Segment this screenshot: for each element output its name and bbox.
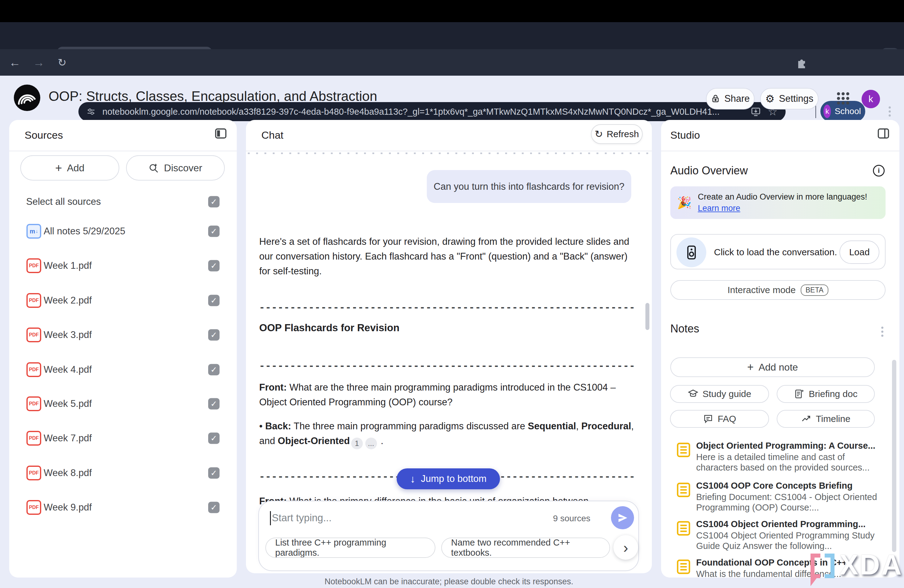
divider [246, 151, 652, 151]
load-button[interactable]: Load [839, 240, 879, 264]
site-settings-icon[interactable] [86, 107, 96, 116]
briefing-doc-button[interactable]: Briefing doc [777, 385, 875, 403]
source-label: Week 7.pdf [44, 433, 92, 444]
suggested-prompt-chip[interactable]: Name two recommended C++ textbooks. [441, 537, 610, 558]
source-checkbox[interactable]: ✓ [208, 468, 220, 479]
watermark-bracket-left [811, 553, 820, 578]
source-row[interactable]: PDF Week 8.pdf ✓ [9, 456, 237, 490]
xda-watermark: XDA [811, 551, 903, 582]
source-row[interactable]: PDF Week 4.pdf ✓ [9, 352, 237, 387]
learn-more-link[interactable]: Learn more [698, 204, 740, 213]
source-checkbox[interactable]: ✓ [208, 502, 220, 513]
account-avatar[interactable]: k [861, 90, 880, 108]
url-field[interactable]: notebooklm.google.com/notebook/a33f8129-… [78, 102, 785, 121]
more-suggestions-chevron-button[interactable]: › [613, 535, 638, 560]
flashcard1-front: Front: What are the three main programmi… [259, 380, 634, 409]
note-snippet: Here is a detailed timeline and cast of … [696, 452, 880, 473]
browser-profile-chip[interactable]: k School [820, 101, 865, 122]
install-app-icon[interactable] [751, 106, 761, 117]
discover-sparkle-search-icon [149, 163, 159, 173]
jump-to-bottom-label: Jump to bottom [421, 473, 487, 484]
note-title: CS1004 Object Oriented Programming... [696, 519, 880, 529]
refresh-button[interactable]: ↻ Refresh [591, 124, 643, 144]
source-row[interactable]: PDF Week 3.pdf ✓ [9, 318, 237, 352]
note-icon [676, 520, 691, 536]
source-row[interactable]: PDF Week 7.pdf ✓ [9, 421, 237, 455]
timeline-label: Timeline [816, 414, 850, 424]
citation-chip[interactable]: 1 [351, 438, 363, 449]
source-checkbox[interactable]: ✓ [208, 398, 220, 409]
source-checkbox[interactable]: ✓ [208, 295, 220, 306]
select-all-checkbox[interactable]: ✓ [208, 196, 220, 207]
timeline-icon [801, 414, 811, 424]
suggested-prompt-chip[interactable]: List three C++ programming paradigms. [266, 537, 435, 558]
source-checkbox[interactable]: ✓ [208, 329, 220, 341]
chip-fade-overlay [575, 538, 609, 557]
discover-sources-button[interactable]: Discover [126, 155, 225, 180]
extensions-puzzle-icon[interactable] [796, 57, 808, 68]
notebook-title: OOP: Structs, Classes, Encapsulation, an… [49, 89, 377, 104]
interactive-mode-button[interactable]: Interactive mode BETA [670, 280, 885, 300]
collapse-sources-icon[interactable] [214, 127, 228, 140]
source-checkbox[interactable]: ✓ [208, 260, 220, 272]
study-guide-label: Study guide [703, 389, 751, 399]
back-icon[interactable]: ← [6, 49, 24, 76]
assistant-intro-text: Here's a set of flashcards for your revi… [259, 234, 634, 279]
study-guide-button[interactable]: Study guide [670, 385, 769, 403]
source-checkbox[interactable]: ✓ [208, 226, 220, 237]
source-row[interactable]: PDF Week 2.pdf ✓ [9, 283, 237, 318]
plus-icon: + [747, 361, 754, 374]
notebooklm-logo-icon[interactable] [14, 85, 40, 111]
chat-scrollbar-thumb[interactable] [645, 303, 650, 330]
add-note-button[interactable]: + Add note [670, 357, 875, 377]
collapse-studio-icon[interactable] [877, 127, 890, 140]
divider [661, 151, 899, 151]
plus-icon: + [55, 161, 62, 175]
jump-to-bottom-button[interactable]: ↓ Jump to bottom [397, 468, 500, 489]
faq-button[interactable]: FAQ [670, 410, 769, 428]
party-popper-icon: 🎉 [677, 196, 692, 209]
settings-button[interactable]: ⚙ Settings [760, 88, 819, 109]
notes-menu-icon[interactable] [881, 327, 883, 329]
pdf-icon: PDF [27, 397, 41, 411]
user-message-bubble: Can you turn this into flashcards for re… [427, 170, 631, 203]
source-row[interactable]: PDF Week 5.pdf ✓ [9, 387, 237, 421]
source-label: Week 3.pdf [44, 329, 92, 340]
google-apps-grid-icon[interactable] [837, 92, 840, 95]
notes-source-icon: m↓ [27, 224, 41, 239]
pdf-icon: PDF [27, 327, 41, 342]
citation-more-chip[interactable]: ... [365, 438, 377, 449]
pdf-icon: PDF [27, 362, 41, 377]
refresh-icon: ↻ [595, 129, 603, 139]
source-label: Week 4.pdf [44, 364, 92, 375]
note-icon [676, 559, 691, 575]
lock-icon [711, 94, 720, 103]
sources-panel-title: Sources [25, 129, 63, 141]
chat-input[interactable] [272, 510, 542, 526]
source-row[interactable]: PDF Week 9.pdf ✓ [9, 490, 237, 525]
forward-icon[interactable]: → [30, 49, 48, 76]
reload-icon[interactable]: ↻ [53, 49, 71, 76]
source-row[interactable]: m↓ All notes 5/29/2025 ✓ [9, 214, 237, 248]
studio-scrollbar-thumb[interactable] [892, 360, 896, 552]
source-row[interactable]: PDF Week 1.pdf ✓ [9, 248, 237, 283]
note-snippet: Briefing Document: CS1004 - Object Orien… [696, 492, 880, 513]
watermark-bracket-right [825, 553, 834, 578]
beta-badge: BETA [801, 285, 828, 296]
timeline-button[interactable]: Timeline [777, 410, 875, 428]
browser-menu-icon[interactable] [889, 106, 891, 109]
faq-label: FAQ [718, 414, 736, 424]
send-button[interactable] [611, 506, 634, 529]
info-icon[interactable]: i [873, 165, 885, 177]
add-label: Add [67, 162, 85, 174]
refresh-label: Refresh [607, 129, 639, 139]
add-source-button[interactable]: + Add [20, 155, 119, 180]
source-checkbox[interactable]: ✓ [208, 433, 220, 444]
audio-overview-title: Audio Overview [670, 164, 748, 177]
share-button[interactable]: Share [706, 88, 755, 109]
study-guide-icon [688, 389, 698, 399]
flashcards-section-title: OOP Flashcards for Revision [259, 321, 634, 335]
source-label: Week 5.pdf [44, 398, 92, 409]
source-label: Week 1.pdf [44, 260, 92, 271]
source-checkbox[interactable]: ✓ [208, 364, 220, 376]
